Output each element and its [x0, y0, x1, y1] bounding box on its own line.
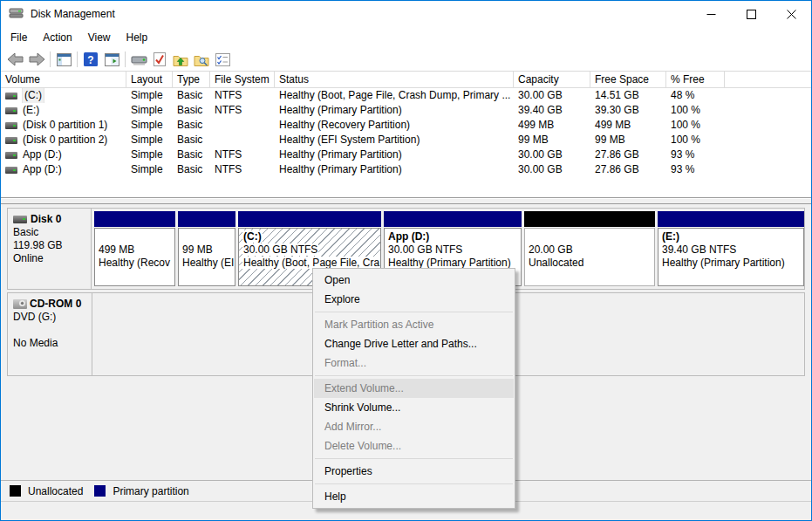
column-header-file-system[interactable]: File System [210, 72, 275, 87]
status-cell: Healthy (Primary Partition) [275, 162, 514, 177]
volume-name: (E:) [23, 103, 39, 118]
pct-free-cell: 100 % [666, 133, 725, 147]
maximize-button[interactable] [731, 1, 771, 27]
volume-list-pane: Volume Layout Type File System Status Ca… [1, 72, 811, 197]
pane-splitter[interactable] [1, 197, 811, 204]
table-row[interactable]: App (D:) Simple Basic NTFS Healthy (Prim… [1, 147, 811, 162]
minimize-button[interactable] [691, 1, 731, 27]
partition-status: Healthy (Recov [99, 257, 174, 270]
disk0-name: Disk 0 [31, 213, 61, 226]
file-system-cell: NTFS [210, 88, 275, 103]
free-space-cell: 39.30 GB [590, 103, 666, 118]
partition-size: 30.00 GB NTFS [242, 243, 318, 256]
layout-cell: Simple [126, 88, 173, 103]
cdrom-name: CD-ROM 0 [30, 298, 81, 311]
partition-status: Healthy (Primary Partition) [662, 257, 802, 270]
file-system-cell [210, 133, 275, 147]
table-row[interactable]: (C:) Simple Basic NTFS Healthy (Boot, Pa… [1, 88, 811, 103]
legend-item-unallocated: Unallocated [10, 485, 83, 497]
close-button[interactable] [771, 1, 811, 27]
legend-label: Unallocated [28, 485, 83, 497]
status-cell: Healthy (EFI System Partition) [275, 133, 514, 147]
menu-action[interactable]: Action [35, 29, 79, 46]
table-row[interactable]: (Disk 0 partition 2) Simple Basic Health… [1, 133, 811, 147]
column-header-volume[interactable]: Volume [1, 72, 126, 87]
capacity-cell: 30.00 GB [514, 147, 590, 162]
capacity-cell: 30.00 GB [514, 88, 590, 103]
hdd-icon [5, 167, 17, 174]
partition-size: 39.40 GB NTFS [662, 243, 802, 257]
back-icon[interactable] [5, 50, 26, 69]
partition-title [529, 230, 653, 243]
menu-item-explore[interactable]: Explore [314, 290, 514, 309]
partition-title: (E:) [662, 230, 802, 243]
table-row[interactable]: App (D:) Simple Basic NTFS Healthy (Prim… [1, 162, 811, 177]
column-header-type[interactable]: Type [173, 72, 210, 87]
check-document-icon[interactable] [149, 50, 170, 69]
toolbar: ? [1, 48, 811, 72]
volume-name: App (D:) [23, 147, 62, 162]
menu-separator [315, 375, 513, 376]
menu-help[interactable]: Help [119, 29, 156, 46]
column-header-pct-free[interactable]: % Free [666, 72, 725, 87]
help-icon[interactable]: ? [80, 50, 101, 69]
volume-name: App (D:) [23, 162, 62, 177]
show-console-tree-icon[interactable] [53, 50, 74, 69]
menu-item-change-drive-letter[interactable]: Change Drive Letter and Paths... [314, 334, 514, 353]
menu-item-shrink-volume[interactable]: Shrink Volume... [314, 398, 514, 417]
partition-unallocated[interactable]: 20.00 GB Unallocated [524, 211, 655, 286]
column-header-capacity[interactable]: Capacity [514, 72, 590, 87]
partition-recovery[interactable]: 499 MB Healthy (Recov [94, 211, 175, 286]
disk-drive-icon[interactable] [128, 50, 149, 69]
layout-cell: Simple [126, 162, 173, 177]
toolbar-separator [77, 51, 78, 67]
partition-efi[interactable]: 99 MB Healthy (EI [178, 211, 235, 286]
table-row[interactable]: (E:) Simple Basic NTFS Healthy (Primary … [1, 103, 811, 118]
menu-item-properties[interactable]: Properties [314, 462, 514, 481]
status-cell: Healthy (Primary Partition) [275, 147, 514, 162]
partition-status: Healthy (Boot, Page File, Cra [242, 257, 380, 269]
menu-item-help[interactable]: Help [314, 487, 514, 506]
type-cell: Basic [173, 118, 210, 133]
type-cell: Basic [173, 162, 210, 177]
menu-view[interactable]: View [80, 29, 119, 46]
toolbar-separator [50, 51, 51, 67]
title-bar[interactable]: Disk Management [1, 1, 811, 27]
disk0-header[interactable]: Disk 0 Basic 119.98 GB Online [8, 209, 92, 289]
primary-partition-bar [238, 211, 381, 227]
disk0-capacity: 119.98 GB [13, 239, 87, 252]
status-cell: Healthy (Boot, Page File, Crash Dump, Pr… [275, 88, 514, 103]
primary-partition-bar [658, 211, 804, 227]
table-row[interactable]: (Disk 0 partition 1) Simple Basic Health… [1, 118, 811, 133]
menu-item-extend-volume: Extend Volume... [314, 379, 514, 398]
column-header-status[interactable]: Status [275, 72, 514, 87]
pct-free-cell: 100 % [666, 103, 725, 118]
cdrom-header[interactable]: CD-ROM 0 DVD (G:) No Media [8, 293, 92, 375]
disk-management-app-icon [9, 7, 24, 22]
show-action-pane-icon[interactable] [101, 50, 122, 69]
toolbar-separator [125, 51, 126, 67]
folder-search-icon[interactable] [191, 50, 212, 69]
layout-cell: Simple [126, 118, 173, 133]
folder-up-icon[interactable] [170, 50, 191, 69]
hdd-icon [5, 107, 17, 114]
layout-cell: Simple [126, 133, 173, 147]
details-list-icon[interactable] [212, 50, 233, 69]
menu-file[interactable]: File [3, 29, 35, 46]
free-space-cell: 99 MB [590, 133, 666, 147]
unallocated-swatch [10, 485, 21, 497]
primary-partition-bar [178, 211, 235, 227]
column-header-layout[interactable]: Layout [126, 72, 173, 87]
svg-text:?: ? [87, 54, 93, 66]
type-cell: Basic [173, 103, 210, 118]
capacity-cell: 39.40 GB [514, 103, 590, 118]
capacity-cell: 30.00 GB [514, 162, 590, 177]
menu-item-format: Format... [314, 353, 514, 373]
menu-item-open[interactable]: Open [314, 271, 514, 290]
hdd-icon [5, 152, 17, 159]
column-header-free-space[interactable]: Free Space [590, 72, 666, 87]
forward-icon[interactable] [26, 50, 47, 69]
cdrom-icon [13, 299, 27, 309]
partition-e[interactable]: (E:) 39.40 GB NTFS Healthy (Primary Part… [658, 211, 804, 286]
menu-separator [315, 483, 513, 484]
